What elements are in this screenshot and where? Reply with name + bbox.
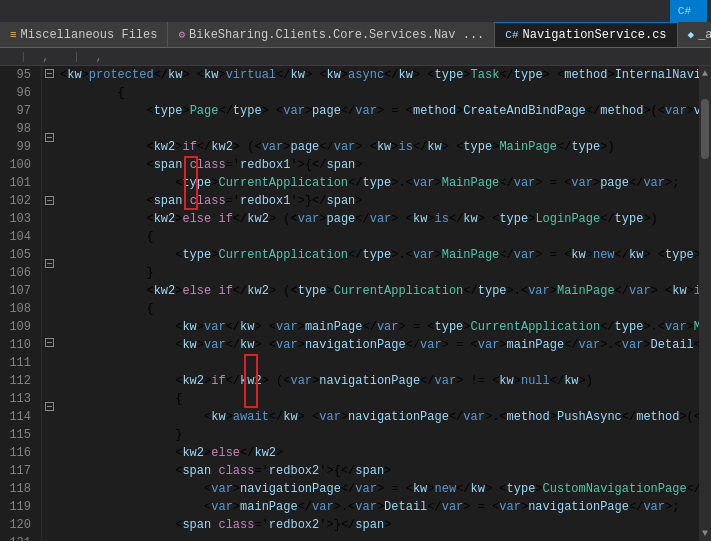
scrollbar-up-arrow[interactable]: ▲ bbox=[699, 68, 711, 79]
code-line-113: { bbox=[56, 390, 699, 408]
line-number-98: 98 bbox=[0, 120, 37, 138]
line-number-120: 120 bbox=[0, 516, 37, 534]
tab-bikesharing[interactable]: ⚙ BikeSharing.Clients.Core.Services.Nav … bbox=[168, 22, 495, 48]
info-sep3: | bbox=[73, 51, 80, 63]
collapse-cell-95[interactable] bbox=[42, 66, 56, 82]
line-number-100: 100 bbox=[0, 156, 37, 174]
collapse-cell-103[interactable] bbox=[42, 193, 56, 209]
line-number-115: 115 bbox=[0, 426, 37, 444]
line-number-103: 103 bbox=[0, 210, 37, 228]
misc-icon: ≡ bbox=[10, 29, 17, 41]
collapse-cell-120 bbox=[42, 462, 56, 478]
navservice-cs-icon: C# bbox=[505, 29, 518, 41]
line-number-95: 95 bbox=[0, 66, 37, 84]
code-line-110: <kw>var</kw> <var>navigationPage</var> =… bbox=[56, 336, 699, 354]
collapse-cell-100 bbox=[42, 145, 56, 161]
tab-navservice[interactable]: C# NavigationService.cs bbox=[495, 22, 677, 48]
tab-navservice-label: NavigationService.cs bbox=[523, 28, 667, 42]
cs-file-icon: C# bbox=[678, 5, 691, 17]
scrollbar-down-arrow[interactable]: ▼ bbox=[699, 528, 711, 539]
code-line-95: <kw>protected</kw> <kw>virtual</kw> <kw>… bbox=[56, 66, 699, 84]
collapse-cell-96 bbox=[42, 82, 56, 98]
collapse-col bbox=[42, 66, 56, 541]
collapse-cell-118 bbox=[42, 430, 56, 446]
code-line-119: <var>mainPage</var>.<var>Detail</var> = … bbox=[56, 498, 699, 516]
code-line-102: <span class='redbox1'>}</span> bbox=[56, 192, 699, 210]
collapse-cell-123 bbox=[42, 509, 56, 525]
code-line-101: <type>CurrentApplication</type>.<var>Mai… bbox=[56, 174, 699, 192]
code-line-109: <kw>var</kw> <var>mainPage</var> = <type… bbox=[56, 318, 699, 336]
code-lines: <kw>protected</kw> <kw>virtual</kw> <kw>… bbox=[56, 66, 699, 541]
line-number-108: 108 bbox=[0, 300, 37, 318]
code-line-97: <type>Page</type> <var>page</var> = <met… bbox=[56, 102, 699, 120]
collapse-cell-116[interactable] bbox=[42, 398, 56, 414]
collapse-cell-105 bbox=[42, 224, 56, 240]
code-line-98 bbox=[56, 120, 699, 138]
line-number-119: 119 bbox=[0, 498, 37, 516]
collapse-cell-102 bbox=[42, 177, 56, 193]
scrollbar[interactable]: ▲ ▼ bbox=[699, 66, 711, 541]
code-line-111 bbox=[56, 354, 699, 372]
line-number-106: 106 bbox=[0, 264, 37, 282]
collapse-cell-114 bbox=[42, 367, 56, 383]
code-line-107: <kw2>else if</kw2> (<type>CurrentApplica… bbox=[56, 282, 699, 300]
code-line-121 bbox=[56, 534, 699, 541]
collapse-cell-107[interactable] bbox=[42, 256, 56, 272]
tab-auth-label: _authenticationService bbox=[698, 28, 711, 42]
collapse-cell-115 bbox=[42, 383, 56, 399]
collapse-cell-106 bbox=[42, 240, 56, 256]
line-number-114: 114 bbox=[0, 408, 37, 426]
collapse-cell-104 bbox=[42, 208, 56, 224]
tab-auth[interactable]: ◆ _authenticationService bbox=[678, 22, 711, 48]
bikesharing-icon: ⚙ bbox=[178, 28, 185, 41]
line-number-96: 96 bbox=[0, 84, 37, 102]
code-line-112: <kw2>if</kw2> (<var>navigationPage</var>… bbox=[56, 372, 699, 390]
line-number-99: 99 bbox=[0, 138, 37, 156]
code-line-118: <var>navigationPage</var> = <kw>new</kw>… bbox=[56, 480, 699, 498]
info-sep4: , bbox=[96, 51, 103, 63]
collapse-cell-109 bbox=[42, 288, 56, 304]
code-line-108: { bbox=[56, 300, 699, 318]
line-number-117: 117 bbox=[0, 462, 37, 480]
tab-bar: ≡ Miscellaneous Files ⚙ BikeSharing.Clie… bbox=[0, 22, 711, 48]
line-number-110: 110 bbox=[0, 336, 37, 354]
editor-container: 9596979899100101102103104105106107108109… bbox=[0, 66, 711, 541]
scrollbar-thumb[interactable] bbox=[701, 99, 709, 159]
collapse-cell-121 bbox=[42, 478, 56, 494]
line-number-112: 112 bbox=[0, 372, 37, 390]
collapse-cell-101 bbox=[42, 161, 56, 177]
code-line-117: <span class='redbox2'>{</span> bbox=[56, 462, 699, 480]
line-number-101: 101 bbox=[0, 174, 37, 192]
code-line-116: <kw2>else</kw2> bbox=[56, 444, 699, 462]
line-number-104: 104 bbox=[0, 228, 37, 246]
code-line-99: <kw2>if</kw2> (<var>page</var> <kw>is</k… bbox=[56, 138, 699, 156]
code-line-100: <span class='redbox1'>{</span> bbox=[56, 156, 699, 174]
code-line-103: <kw2>else if</kw2> (<var>page</var> <kw>… bbox=[56, 210, 699, 228]
collapse-cell-117 bbox=[42, 414, 56, 430]
collapse-cell-110 bbox=[42, 303, 56, 319]
tab-misc[interactable]: ≡ Miscellaneous Files bbox=[0, 22, 168, 48]
auth-icon: ◆ bbox=[688, 28, 695, 41]
collapse-cell-98 bbox=[42, 113, 56, 129]
collapse-cell-122 bbox=[42, 493, 56, 509]
code-line-104: { bbox=[56, 228, 699, 246]
collapse-cell-112[interactable] bbox=[42, 335, 56, 351]
code-area: 9596979899100101102103104105106107108109… bbox=[0, 66, 699, 541]
collapse-cell-108 bbox=[42, 272, 56, 288]
line-number-113: 113 bbox=[0, 390, 37, 408]
code-line-105: <type>CurrentApplication</type>.<var>Mai… bbox=[56, 246, 699, 264]
tab-misc-label: Miscellaneous Files bbox=[21, 28, 158, 42]
info-sep1: | bbox=[20, 51, 27, 63]
line-number-105: 105 bbox=[0, 246, 37, 264]
line-number-107: 107 bbox=[0, 282, 37, 300]
title-bar: C# bbox=[0, 0, 711, 22]
collapse-cell-119 bbox=[42, 446, 56, 462]
collapse-cell-99[interactable] bbox=[42, 129, 56, 145]
line-number-102: 102 bbox=[0, 192, 37, 210]
line-number-116: 116 bbox=[0, 444, 37, 462]
active-file-tab: C# bbox=[670, 0, 707, 22]
info-sep2: , bbox=[43, 51, 50, 63]
collapse-cell-113 bbox=[42, 351, 56, 367]
code-line-114: <kw>await</kw> <var>navigationPage</var>… bbox=[56, 408, 699, 426]
collapse-cell-124 bbox=[42, 525, 56, 541]
